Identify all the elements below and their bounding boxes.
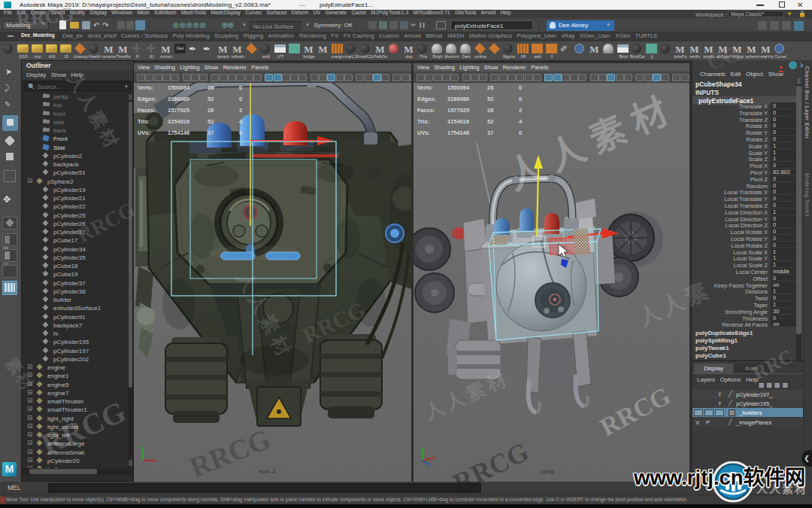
- svg-text:persp: persp: [541, 469, 555, 475]
- svg-text:front -Z: front -Z: [259, 469, 276, 474]
